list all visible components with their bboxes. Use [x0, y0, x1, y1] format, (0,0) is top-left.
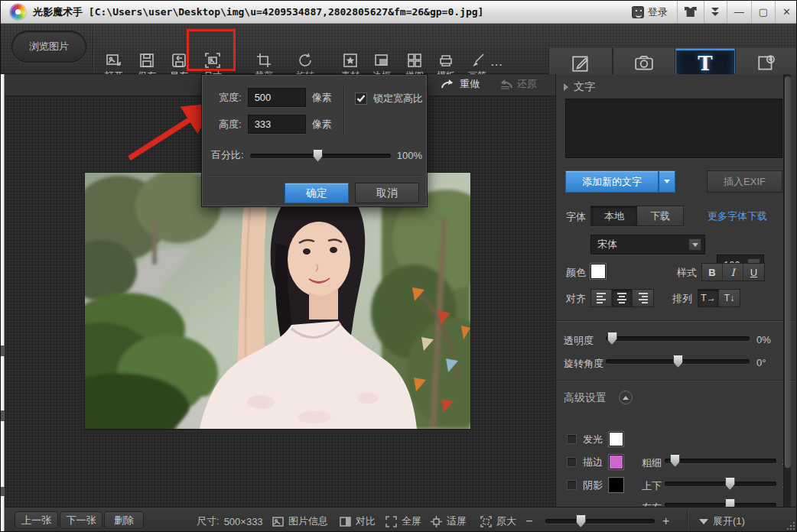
shadow-label: 阴影	[583, 478, 603, 492]
resize-grip[interactable]	[786, 521, 795, 530]
text-entry-area[interactable]	[565, 99, 782, 158]
shadow-vertical-slider-thumb[interactable]	[725, 477, 735, 490]
original-size-label: 原大	[496, 514, 516, 528]
shadow-vertical-slider[interactable]	[665, 477, 776, 490]
shadow-horizontal-slider[interactable]	[665, 498, 776, 507]
rotation-slider-thumb[interactable]	[673, 355, 683, 368]
width-label: 宽度:	[219, 91, 242, 105]
text-panel: 文字 添加新的文字 插入EXIF 字体 本地 下载 更多字体下载 宋体 100 …	[555, 74, 797, 507]
align-center-button[interactable]	[612, 290, 633, 307]
italic-button[interactable]: I	[723, 264, 743, 281]
restore-button[interactable]: 还原	[498, 77, 537, 91]
select-caret[interactable]	[688, 238, 701, 251]
add-text-button[interactable]: 添加新的文字	[565, 170, 659, 193]
stroke-color-swatch[interactable]	[609, 455, 623, 469]
content-area: 重做 还原	[1, 74, 797, 507]
caret-down-icon	[664, 180, 670, 183]
dialog-separator	[343, 87, 344, 135]
close-button[interactable]: ✕	[775, 1, 797, 23]
rotation-slider[interactable]	[606, 355, 750, 368]
zoom-slider[interactable]	[545, 514, 655, 527]
compare-icon	[340, 516, 351, 527]
redo-button[interactable]: 重做	[441, 77, 480, 91]
font-family-value: 宋体	[597, 238, 617, 251]
photo[interactable]	[85, 173, 470, 429]
compare-button[interactable]: 对比	[340, 514, 376, 528]
cancel-button[interactable]: 取消	[355, 183, 419, 203]
opacity-label: 透明度	[564, 334, 594, 348]
underline-button[interactable]: U	[743, 264, 764, 281]
glow-color-swatch[interactable]	[609, 432, 623, 446]
panel-divider	[556, 320, 797, 321]
login-button[interactable]: 登录	[623, 1, 677, 23]
lock-ratio-checkbox[interactable]	[355, 92, 367, 105]
panel-scrollbar[interactable]	[783, 74, 791, 507]
font-color-swatch[interactable]	[590, 264, 606, 279]
fullscreen-label: 全屏	[402, 514, 421, 528]
tab-local-fonts[interactable]: 本地	[591, 206, 637, 225]
stroke-label: 描边	[583, 456, 603, 469]
height-label: 高度:	[219, 118, 242, 131]
glow-checkbox[interactable]	[567, 434, 577, 444]
percent-slider[interactable]	[250, 149, 391, 162]
skin-button[interactable]	[677, 1, 704, 23]
background-window-edge	[1, 74, 5, 532]
advanced-collapse-button[interactable]	[619, 391, 633, 404]
fullscreen-button[interactable]: 全屏	[385, 514, 421, 528]
panel-collapse-arrow-icon[interactable]	[564, 83, 568, 91]
resize-dialog: 宽度: 像素 锁定宽高比 高度: 像素 百分比:	[201, 74, 428, 207]
shadow-checkbox[interactable]	[567, 480, 577, 490]
zoom-in-button[interactable]: +	[662, 514, 669, 528]
grid-icon	[406, 52, 423, 69]
align-right-icon	[639, 293, 648, 303]
ok-button[interactable]: 确定	[285, 183, 349, 203]
vertical-text-button[interactable]: T↓	[719, 290, 740, 307]
expand-panel-button[interactable]: 展开(1)	[699, 514, 745, 528]
minimize-to-tray-button[interactable]	[704, 1, 727, 23]
minimize-button[interactable]: —	[727, 1, 751, 23]
panel-header: 文字	[574, 80, 595, 94]
fullscreen-icon	[385, 516, 397, 527]
font-family-select[interactable]: 宋体	[590, 235, 705, 255]
next-image-button[interactable]: 下一张	[60, 511, 102, 529]
shadow-color-swatch[interactable]	[609, 478, 623, 492]
expand-label: 展开(1)	[713, 514, 745, 528]
image-info-button[interactable]: 图片信息	[272, 514, 328, 528]
add-text-dropdown[interactable]	[659, 170, 675, 193]
edit-square-icon	[571, 54, 590, 73]
prev-image-button[interactable]: 上一张	[15, 511, 58, 529]
advanced-settings-label: 高级设置	[564, 391, 607, 405]
percent-slider-thumb[interactable]	[313, 149, 323, 162]
insert-exif-button[interactable]: 插入EXIF	[707, 170, 782, 193]
width-input[interactable]	[248, 88, 306, 107]
app-logo-icon	[10, 4, 26, 20]
delete-image-button[interactable]: 删除	[104, 511, 144, 529]
check-icon	[356, 94, 366, 103]
horizontal-text-button[interactable]: T→	[698, 290, 719, 307]
align-left-button[interactable]	[591, 290, 612, 307]
more-tools-button[interactable]: ⋯	[490, 57, 504, 72]
opacity-slider-thumb[interactable]	[607, 332, 617, 345]
shadow-horizontal-slider-thumb[interactable]	[725, 498, 735, 507]
scrollbar-thumb[interactable]	[785, 76, 791, 468]
height-input[interactable]	[248, 115, 306, 134]
browse-images-button[interactable]: 浏览图片	[11, 31, 86, 63]
stroke-width-slider-thumb[interactable]	[670, 454, 680, 467]
percent-value: 100%	[397, 150, 422, 161]
bold-button[interactable]: B	[702, 264, 723, 281]
align-left-icon	[597, 293, 606, 303]
maximize-icon: ▢	[759, 6, 768, 18]
fit-screen-button[interactable]: 适屏	[431, 514, 467, 528]
rotate-icon	[297, 52, 314, 69]
zoom-out-button[interactable]: −	[525, 514, 532, 528]
stroke-width-slider[interactable]	[665, 454, 776, 467]
size-value: 500×333	[224, 516, 263, 527]
zoom-slider-thumb[interactable]	[576, 514, 586, 527]
maximize-button[interactable]: ▢	[751, 1, 775, 23]
more-fonts-link[interactable]: 更多字体下载	[708, 209, 767, 223]
tab-download-fonts[interactable]: 下载	[637, 206, 683, 225]
original-size-button[interactable]: 原大	[480, 514, 516, 528]
opacity-slider[interactable]	[606, 332, 750, 345]
align-right-button[interactable]	[633, 290, 653, 307]
stroke-checkbox[interactable]	[567, 457, 577, 467]
